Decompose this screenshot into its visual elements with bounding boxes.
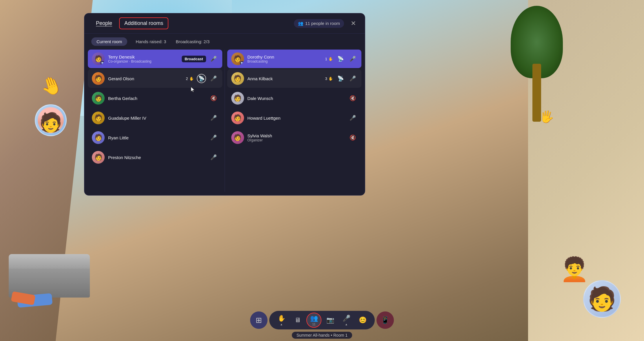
broadcast-badge-terry: Broadcast [182,56,206,62]
end-call-button[interactable]: 📱 [376,311,394,329]
camera-icon: 📷 [326,316,334,324]
mic-btn-howard[interactable]: 🎤 [348,113,357,123]
broadcast-icon-anna[interactable]: 📡 [336,74,345,83]
hand-count-dorothy: 1 ✋ [325,57,333,61]
emoji-icon: 😊 [359,316,367,324]
person-row-terry[interactable]: 🧑 📡 Terry Denesik Co-organizer · Broadca… [88,50,222,68]
avatar-icon-gerard: 🧑 [92,72,105,85]
couch [9,263,90,298]
tree [511,6,563,122]
avatar-dorothy: 🧑 📡 [231,52,244,65]
right-column: 🧑 📡 Dorothy Conn Broadcasting 1 ✋ 📡 🎤 [227,50,362,192]
person-info-gerard: Gerard Olson [108,76,186,81]
character-right: 🧑‍🦱 [560,256,589,283]
person-name-guadalupe: Guadalupe Miller IV [108,116,209,121]
person-row-anna[interactable]: 🧑 Anna Kilback 3 ✋ 📡 🎤 [227,69,362,88]
hand-icon-dorothy: ✋ [328,57,333,61]
hand-count-num-gerard: 2 [186,76,188,81]
avatar-preston: 🧑 [92,151,105,164]
filter-bar: Current room Hands raised: 3 Broadcastin… [84,34,365,50]
mic-btn-sylvia[interactable]: 🔇 [348,133,357,142]
people-button[interactable]: 👥 11 [306,313,321,328]
avatar-icon-preston: 🧑 [92,151,105,164]
person-actions-guadalupe: 🎤 [209,113,218,123]
people-btn-icon: 👥 [310,315,318,322]
grid-icon: ⊞ [256,316,262,325]
person-row-sylvia[interactable]: 🧑 Sylvia Walsh Organizer 🔇 [227,128,362,147]
mic-btn-preston[interactable]: 🎤 [209,153,218,162]
broadcast-icon-gerard[interactable]: 📡 [197,74,206,83]
mic-btn-ryan[interactable]: 🎤 [209,133,218,142]
person-name-ryan: Ryan Little [108,135,209,140]
mic-btn-dorothy[interactable]: 🎤 [348,54,357,63]
person-info-terry: Terry Denesik Co-organizer · Broadcastin… [108,54,182,63]
mic-btn-dale[interactable]: 🔇 [348,94,357,103]
bottom-toolbar: ⊞ ✋ ▲ 🖥 👥 11 📷 🎤 ▲ 😊 📱 [250,311,394,329]
avatar-circle-left: 🧑 [35,104,67,136]
avatar-gerard: 🧑 [92,72,105,85]
person-actions-anna: 3 ✋ 📡 🎤 [325,74,357,83]
main-panel: People Additional rooms 👥 11 people in r… [84,13,365,196]
couch-back [9,254,90,269]
screen-share-button[interactable]: 🖥 [290,313,305,328]
emoji-button[interactable]: 😊 [355,313,370,328]
person-row-preston[interactable]: 🧑 Preston Nitzsche 🎤 [88,148,222,167]
end-call-icon: 📱 [381,316,390,324]
raise-hand-button[interactable]: ✋ ▲ [274,313,289,328]
person-actions-howard: 🎤 [348,113,357,123]
avatar-dale: 🧑 [231,92,244,105]
mic-btn-guadalupe[interactable]: 🎤 [209,113,218,123]
person-name-dale: Dale Wunsch [248,96,348,101]
hand-count-anna: 3 ✋ [325,76,333,81]
person-name-bertha: Bertha Gerlach [108,96,209,101]
hand-count-num-dorothy: 1 [325,57,327,61]
person-name-dorothy: Dorothy Conn [248,54,325,59]
broadcast-dot-terry: 📡 [101,61,105,65]
mic-icon: 🎤 [343,315,350,322]
person-row-dorothy[interactable]: 🧑 📡 Dorothy Conn Broadcasting 1 ✋ 📡 🎤 [227,50,362,68]
tab-people[interactable]: People [91,18,117,29]
avatar-icon-bertha: 🧑 [92,92,105,105]
avatar-ryan: 🧑 [92,131,105,144]
column-divider [225,50,225,192]
person-row-bertha[interactable]: 🧑 Bertha Gerlach 🔇 [88,89,222,107]
close-button[interactable]: ✕ [349,19,358,28]
hand-wave-right-icon: 🖐 [539,109,555,125]
avatar-anna: 🧑 [231,72,244,85]
filter-current-room[interactable]: Current room [91,37,127,46]
person-row-dale[interactable]: 🧑 Dale Wunsch 🔇 [227,89,362,107]
person-info-howard: Howard Luettgen [248,116,348,121]
person-name-gerard: Gerard Olson [108,76,186,81]
person-row-howard[interactable]: 🧑 Howard Luettgen 🎤 [227,109,362,127]
avatar-icon-sylvia: 🧑 [231,131,244,144]
mic-button[interactable]: 🎤 ▲ [339,313,354,328]
person-actions-dale: 🔇 [348,94,357,103]
room-label: Summer All-hands • Room 1 [292,332,352,339]
person-row-gerard[interactable]: 🧑 Gerard Olson 2 ✋ 📡 🎤 [88,69,222,88]
person-actions-sylvia: 🔇 [348,133,357,142]
person-name-terry: Terry Denesik [108,54,182,59]
hand-count-num-anna: 3 [325,76,327,81]
people-count-badge: 👥 11 people in room [294,19,344,28]
person-info-bertha: Bertha Gerlach [108,96,209,101]
person-actions-ryan: 🎤 [209,133,218,142]
tab-additional-rooms[interactable]: Additional rooms [119,17,168,29]
mic-btn-bertha[interactable]: 🔇 [209,94,218,103]
mic-btn-anna[interactable]: 🎤 [348,74,357,83]
mic-btn-terry[interactable]: 🎤 [209,54,218,63]
avatar-icon-dale: 🧑 [231,92,244,105]
filter-hands-raised[interactable]: Hands raised: 3 [130,37,172,46]
raise-hand-label: ▲ [280,323,283,326]
avatar-howard: 🧑 [231,112,244,124]
camera-button[interactable]: 📷 [323,313,338,328]
person-row-ryan[interactable]: 🧑 Ryan Little 🎤 [88,128,222,147]
mic-btn-gerard[interactable]: 🎤 [209,74,218,83]
person-row-guadalupe[interactable]: 🧑 Guadalupe Miller IV 🎤 [88,109,222,127]
grid-button[interactable]: ⊞ [250,311,268,329]
broadcast-icon-dorothy[interactable]: 📡 [336,54,345,63]
avatar-inner-left: 🧑 [38,107,64,133]
people-count-text: 11 people in room [305,21,340,26]
hand-icon-anna: ✋ [328,76,333,81]
hand-count-gerard: 2 ✋ [186,76,194,81]
columns-container: 🧑 📡 Terry Denesik Co-organizer · Broadca… [84,50,365,195]
